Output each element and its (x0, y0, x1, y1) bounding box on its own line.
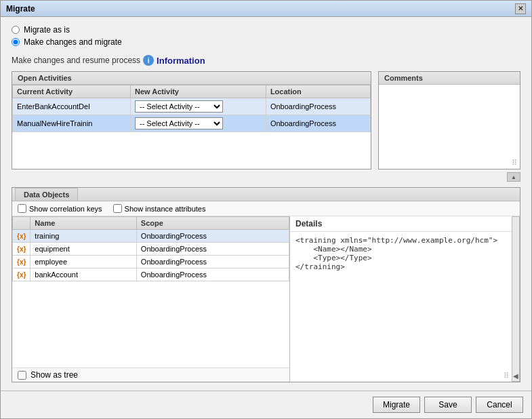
data-list-table: Name Scope {x} training OnboardingProces… (12, 216, 289, 367)
col-scope-header: Scope (136, 217, 289, 230)
save-button[interactable]: Save (424, 397, 472, 413)
col-name-header: Name (30, 217, 136, 230)
data-object-name-cell: training (30, 230, 136, 243)
show-instance-attributes-item: Show instance attributes (113, 204, 206, 213)
data-object-row[interactable]: {x} bankAccount OnboardingProcess (13, 268, 289, 281)
data-object-icon: {x} (17, 258, 26, 266)
show-correlation-keys-label: Show correlation keys (29, 205, 102, 213)
data-object-scope-cell: OnboardingProcess (136, 230, 289, 243)
comments-footer: ⠿ (379, 157, 520, 169)
show-instance-attributes-label: Show instance attributes (125, 205, 206, 213)
activity-location-cell: OnboardingProcess (266, 115, 370, 132)
details-content: <training xmlns="http://www.example.org/… (290, 232, 512, 370)
details-header: Details (290, 216, 512, 232)
data-object-row[interactable]: {x} training OnboardingProcess (13, 230, 289, 243)
data-list-section: Name Scope {x} training OnboardingProces… (12, 216, 290, 382)
details-footer: ⠿ (290, 370, 512, 382)
title-bar: Migrate ✕ (1, 1, 531, 17)
show-correlation-keys-checkbox[interactable] (18, 204, 26, 213)
show-as-tree-checkbox[interactable] (18, 371, 26, 380)
col-new-activity: New Activity (130, 85, 266, 98)
data-list-footer: Show as tree (12, 367, 289, 382)
collapse-button[interactable]: ▲ (507, 172, 520, 182)
open-activities-title: Open Activities (12, 72, 371, 85)
data-objects-title-bar: Data Objects (12, 188, 520, 201)
radio-item-make-changes: Make changes and migrate (12, 37, 520, 47)
data-object-icon: {x} (17, 233, 26, 240)
activity-current-cell: ManualNewHireTrainin (13, 115, 131, 132)
show-as-tree-label: Show as tree (30, 370, 78, 380)
data-objects-tab[interactable]: Data Objects (15, 188, 78, 201)
data-object-row[interactable]: {x} employee OnboardingProcess (13, 256, 289, 268)
migrate-as-is-radio[interactable] (12, 26, 20, 34)
open-activities-table-container: Current Activity New Activity Location E… (12, 85, 371, 169)
data-object-icon-cell: {x} (13, 243, 30, 256)
main-panels: Open Activities Current Activity New Act… (12, 71, 520, 182)
radio-group: Migrate as is Make changes and migrate (12, 25, 520, 47)
comments-title: Comments (379, 72, 520, 85)
migrate-as-is-label: Migrate as is (24, 25, 70, 35)
scroll-arrow: ◀ (513, 372, 518, 380)
close-button[interactable]: ✕ (515, 3, 526, 14)
details-section: Details <training xmlns="http://www.exam… (290, 216, 512, 382)
info-row: Make changes and resume process i Inform… (12, 55, 520, 66)
data-objects-table: Name Scope {x} training OnboardingProces… (12, 216, 289, 281)
comments-panel: Comments ⠿ (378, 71, 520, 169)
details-resize-icon: ⠿ (504, 372, 509, 380)
show-correlation-keys-item: Show correlation keys (18, 204, 102, 213)
migrate-dialog: Migrate ✕ Migrate as is Make changes and… (0, 0, 532, 419)
open-activities-panel: Open Activities Current Activity New Act… (12, 71, 371, 169)
data-objects-toolbar: Show correlation keys Show instance attr… (12, 201, 520, 216)
open-activity-row[interactable]: EnterBankAccountDel -- Select Activity -… (13, 98, 371, 115)
data-object-icon-cell: {x} (13, 230, 30, 243)
make-changes-text: Make changes and resume process (12, 56, 140, 65)
make-changes-radio[interactable] (12, 38, 20, 46)
data-object-scope-cell: OnboardingProcess (136, 243, 289, 256)
data-objects-panel: Data Objects Show correlation keys Show … (12, 187, 520, 382)
migrate-button[interactable]: Migrate (373, 397, 420, 413)
dialog-footer: Migrate Save Cancel (1, 391, 531, 418)
scroll-indicator[interactable]: ◀ (512, 216, 520, 382)
open-activities-table: Current Activity New Activity Location E… (12, 85, 371, 132)
make-changes-label: Make changes and migrate (24, 37, 122, 47)
data-object-icon-cell: {x} (13, 268, 30, 281)
information-label: Information (157, 56, 205, 66)
data-object-scope-cell: OnboardingProcess (136, 268, 289, 281)
comments-textarea[interactable] (379, 85, 520, 157)
col-icon-header (13, 217, 30, 230)
data-object-icon-cell: {x} (13, 256, 30, 268)
data-object-name-cell: employee (30, 256, 136, 268)
data-object-name-cell: equipment (30, 243, 136, 256)
resize-handle-icon: ⠿ (512, 159, 517, 167)
activity-select[interactable]: -- Select Activity -- (135, 100, 223, 113)
cancel-button[interactable]: Cancel (476, 397, 523, 413)
data-object-row[interactable]: {x} equipment OnboardingProcess (13, 243, 289, 256)
activity-location-cell: OnboardingProcess (266, 98, 370, 115)
dialog-content: Migrate as is Make changes and migrate M… (1, 17, 531, 391)
activity-current-cell: EnterBankAccountDel (13, 98, 131, 115)
col-location: Location (266, 85, 370, 98)
right-panel-area: Comments ⠿ ▲ (378, 71, 520, 182)
show-instance-attributes-checkbox[interactable] (113, 204, 122, 213)
info-icon: i (143, 55, 154, 66)
radio-item-migrate-as-is: Migrate as is (12, 25, 520, 35)
data-object-name-cell: bankAccount (30, 268, 136, 281)
dialog-title: Migrate (6, 4, 35, 14)
activity-new-cell[interactable]: -- Select Activity -- (130, 115, 266, 132)
col-current-activity: Current Activity (13, 85, 131, 98)
data-object-scope-cell: OnboardingProcess (136, 256, 289, 268)
data-object-icon: {x} (17, 245, 26, 253)
data-objects-body: Name Scope {x} training OnboardingProces… (12, 216, 520, 382)
data-object-icon: {x} (17, 271, 26, 279)
activity-select[interactable]: -- Select Activity -- (135, 117, 223, 129)
open-activity-row[interactable]: ManualNewHireTrainin -- Select Activity … (13, 115, 371, 132)
activity-new-cell[interactable]: -- Select Activity -- (130, 98, 266, 115)
